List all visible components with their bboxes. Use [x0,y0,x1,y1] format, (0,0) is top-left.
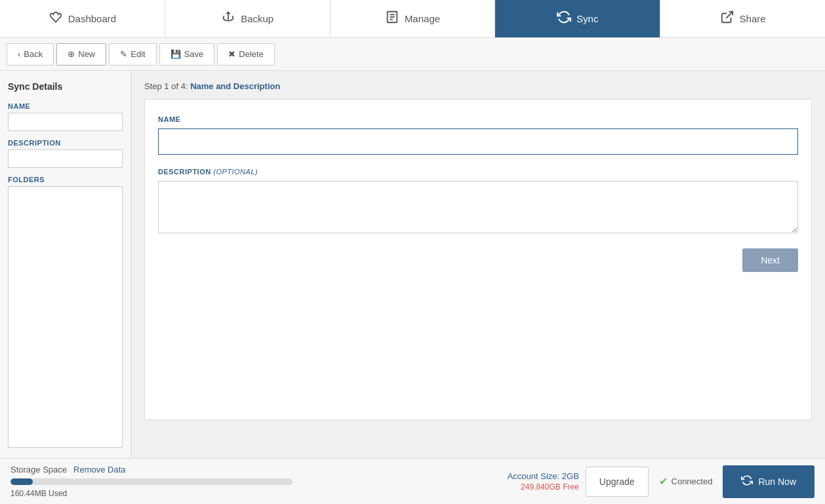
delete-button[interactable]: ✖ Delete [217,43,275,66]
delete-label: Delete [239,49,264,59]
connected-label: Connected [672,476,713,486]
run-now-button[interactable]: Run Now [723,465,815,498]
sidebar: Sync Details NAME DESCRIPTION FOLDERS [0,71,131,458]
main-content: Sync Details NAME DESCRIPTION FOLDERS St… [0,71,825,458]
nav-backup[interactable]: Backup [165,0,331,37]
back-label: Back [24,49,43,59]
step-text: Step 1 of 4: [144,81,188,91]
form-area: Step 1 of 4: Name and Description NAME D… [131,71,825,458]
sidebar-folders-section: FOLDERS [8,176,123,448]
next-btn-row: Next [158,248,798,272]
dashboard-icon [49,10,63,28]
sidebar-folders-label: FOLDERS [8,176,123,184]
storage-top: Storage Space Remove Data [10,465,508,475]
run-now-icon [741,475,753,489]
new-icon: ⊕ [68,49,75,59]
nav-share-label: Share [740,13,766,24]
sidebar-description-label: DESCRIPTION [8,139,123,147]
remove-data-link[interactable]: Remove Data [73,465,125,475]
save-icon: 💾 [171,49,181,59]
edit-button[interactable]: ✎ Edit [109,43,156,66]
form-description-input[interactable] [158,181,798,233]
form-panel: NAME DESCRIPTION (OPTIONAL) Next [144,99,812,420]
storage-bar-container [10,478,292,485]
edit-label: Edit [131,49,145,59]
nav-manage-label: Manage [405,13,440,24]
manage-icon [385,10,399,28]
step-name: Name and Description [190,81,280,91]
step-label: Step 1 of 4: Name and Description [144,81,812,91]
save-button[interactable]: 💾 Save [159,43,215,66]
sidebar-name-input[interactable] [8,113,123,131]
connected-icon: ✔ [659,475,668,488]
nav-manage[interactable]: Manage [331,0,496,37]
account-size: Account Size: 2GB [508,471,579,481]
share-icon [720,10,734,28]
upgrade-button[interactable]: Upgrade [586,467,649,497]
sidebar-description-input[interactable] [8,149,123,168]
footer-storage: Storage Space Remove Data 160.44MB Used [10,465,508,498]
svg-line-4 [726,12,733,18]
nav-backup-label: Backup [241,13,273,24]
top-nav: Dashboard Backup Manage Sync Share [0,0,825,38]
sidebar-title: Sync Details [8,81,123,92]
delete-icon: ✖ [228,49,235,59]
edit-icon: ✎ [120,49,127,59]
storage-right: Account Size: 2GB 249.840GB Free [508,471,579,492]
storage-label: Storage Space [10,465,67,475]
form-description-label: DESCRIPTION (OPTIONAL) [158,168,798,176]
footer: Storage Space Remove Data 160.44MB Used … [0,458,825,504]
free-space: 249.840GB Free [521,482,579,492]
account-size-value: 2GB [562,471,579,481]
sidebar-folders-box [8,186,123,448]
nav-share[interactable]: Share [660,0,825,37]
run-now-label: Run Now [758,476,796,487]
nav-sync[interactable]: Sync [495,0,660,37]
form-name-input[interactable] [158,128,798,155]
sidebar-name-section: NAME [8,102,123,131]
new-button[interactable]: ⊕ New [56,43,106,66]
storage-used: 160.44MB Used [10,489,508,498]
backup-icon [221,10,235,28]
footer-connected: ✔ Connected [659,475,713,488]
next-button[interactable]: Next [742,248,798,272]
storage-bar-fill [10,478,33,485]
sidebar-description-section: DESCRIPTION [8,139,123,168]
nav-sync-label: Sync [576,13,598,24]
new-label: New [78,49,95,59]
back-icon: ‹ [18,49,20,59]
sync-icon [557,10,571,28]
nav-dashboard-label: Dashboard [68,13,116,24]
toolbar: ‹ Back ⊕ New ✎ Edit 💾 Save ✖ Delete [0,38,825,71]
save-label: Save [184,49,204,59]
nav-dashboard[interactable]: Dashboard [0,0,165,37]
back-button[interactable]: ‹ Back [7,43,54,66]
form-name-label: NAME [158,115,798,123]
sidebar-name-label: NAME [8,102,123,110]
